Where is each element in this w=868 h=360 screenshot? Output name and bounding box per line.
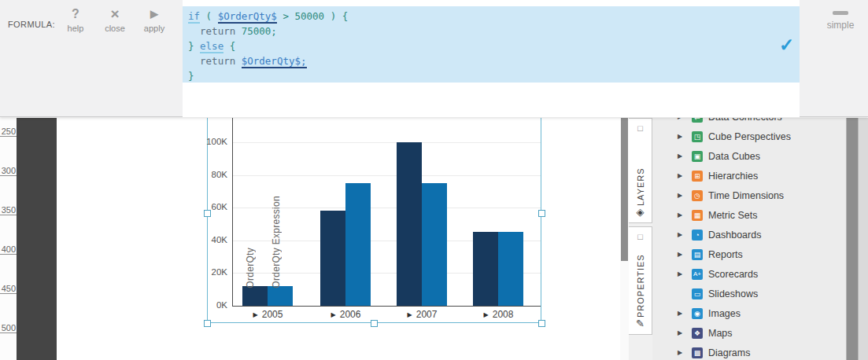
y-axis-tick-label: 0K <box>193 300 227 310</box>
category-2008[interactable]: ▶2008 <box>464 309 534 320</box>
bar-orderqty-expression-2008[interactable] <box>498 232 523 306</box>
expand-category-icon[interactable]: ▶ <box>408 311 412 318</box>
apply-icon: ▶ <box>136 6 172 22</box>
bar-orderqty-2006[interactable] <box>320 211 345 306</box>
sidebar-item-maps[interactable]: ▶❖Maps <box>652 323 846 343</box>
selection-handle-left[interactable] <box>204 210 211 217</box>
sidebar-item-reports[interactable]: ▶▤Reports <box>652 244 846 264</box>
expand-category-icon[interactable]: ▶ <box>253 311 258 318</box>
sidebar-item-metric-sets[interactable]: ▶▦Metric Sets <box>652 205 846 225</box>
bar-orderqty-expression-2006[interactable] <box>345 183 371 306</box>
ruler-mark: 400 <box>0 244 17 255</box>
x-axis-category-label: 2006 <box>340 309 361 320</box>
bar-orderqty-2007[interactable] <box>397 142 422 306</box>
side-tabs-strip: □LAYERS◈□PROPERTIES✎ <box>629 118 652 360</box>
series-label-orderqty-expression: OrderQty Expression <box>271 196 282 288</box>
layers-icon: ◈ <box>637 206 645 218</box>
sidebar-item-diagrams[interactable]: ▶▩Diagrams <box>652 343 846 360</box>
chart-y-axis <box>232 118 233 306</box>
canvas-scrollbar-thumb[interactable] <box>621 118 628 261</box>
sidebar-item-label: Diagrams <box>708 347 751 358</box>
sidebar-item-slideshows[interactable]: ▭Slideshows <box>652 284 846 303</box>
sidebar-item-images[interactable]: ▶◉Images <box>652 303 846 323</box>
expand-arrow-icon[interactable]: ▶ <box>678 329 685 336</box>
workspace: 250300350400450500 0K20K40K60K80K100K▶20… <box>0 118 868 360</box>
selection-handle-right[interactable] <box>538 210 545 217</box>
formula-code-editor[interactable]: if ( $OrderQty$ > 50000 ) { return 75000… <box>183 0 800 117</box>
tab-layers[interactable]: □LAYERS◈ <box>629 118 652 223</box>
apply-button[interactable]: ▶ apply <box>136 6 172 33</box>
apply-button-label: apply <box>136 24 172 33</box>
cube-perspectives-icon: ◳ <box>692 131 703 142</box>
help-button[interactable]: ? help <box>57 6 94 33</box>
sidebar-scrollbar-thumb[interactable] <box>847 118 858 360</box>
sidebar-item-label: Maps <box>708 328 733 339</box>
expand-arrow-icon[interactable]: ▶ <box>678 192 685 199</box>
tab-properties[interactable]: □PROPERTIES✎ <box>629 226 652 335</box>
expand-arrow-icon[interactable]: ▶ <box>678 118 685 120</box>
close-icon: × <box>97 6 133 22</box>
sidebar-item-label: Reports <box>708 249 743 260</box>
close-button-label: close <box>97 24 133 33</box>
selection-handle-bottom-left[interactable] <box>204 320 211 327</box>
sidebar-item-data-connectors[interactable]: ▶⇄Data Connectors <box>652 118 846 127</box>
ruler-mark: 300 <box>0 166 17 176</box>
sidebar-item-label: Metric Sets <box>708 210 758 221</box>
expand-category-icon[interactable]: ▶ <box>331 311 336 318</box>
y-axis-tick-label: 40K <box>193 235 227 244</box>
design-canvas[interactable]: 250300350400450500 0K20K40K60K80K100K▶20… <box>0 118 620 360</box>
sidebar-item-label: Hierarchies <box>708 171 758 182</box>
category-2006[interactable]: ▶2006 <box>311 309 382 320</box>
expand-arrow-icon[interactable]: ▶ <box>678 349 685 356</box>
sidebar-item-hierarchies[interactable]: ▶⊞Hierarchies <box>652 166 846 186</box>
diagrams-icon: ▩ <box>692 347 703 358</box>
category-2005[interactable]: ▶2005 <box>233 309 304 320</box>
sidebar-item-label: Cube Perspectives <box>708 131 791 142</box>
simple-button-label: simple <box>820 20 861 31</box>
selection-handle-bottom-right[interactable] <box>538 320 545 327</box>
simple-mode-button[interactable]: simple <box>820 9 861 31</box>
slideshows-icon: ▭ <box>692 288 703 299</box>
sidebar-item-cube-perspectives[interactable]: ▶◳Cube Perspectives <box>652 127 846 146</box>
images-icon: ◉ <box>692 308 703 319</box>
expand-category-icon[interactable]: ▶ <box>484 311 489 318</box>
sidebar-item-time-dimensions[interactable]: ▶◷Time Dimensions <box>652 186 846 205</box>
canvas-vertical-scrollbar[interactable] <box>620 118 629 360</box>
x-axis-category-label: 2007 <box>416 309 438 320</box>
hierarchies-icon: ⊞ <box>692 171 703 182</box>
ruler-mark: 450 <box>0 284 17 294</box>
y-axis-tick-label: 20K <box>193 267 227 277</box>
expand-arrow-icon[interactable]: ▶ <box>678 172 685 179</box>
expand-arrow-icon[interactable]: ▶ <box>678 251 685 258</box>
sidebar-item-data-cubes[interactable]: ▶▣Data Cubes <box>652 146 846 166</box>
expand-arrow-icon[interactable]: ▶ <box>678 231 685 238</box>
bar-orderqty-2005[interactable] <box>242 286 268 306</box>
sidebar-item-dashboards[interactable]: ▶◔Dashboards <box>652 225 846 244</box>
tab-label: LAYERS <box>636 133 645 206</box>
expand-arrow-icon[interactable]: ▶ <box>678 211 685 219</box>
y-axis-tick-label: 80K <box>193 170 227 179</box>
gridline <box>233 175 541 176</box>
sidebar-scrollbar[interactable] <box>846 118 859 360</box>
expand-arrow-icon[interactable]: ▶ <box>678 133 685 140</box>
bar-orderqty-expression-2007[interactable] <box>422 183 447 306</box>
selection-handle-bottom-middle[interactable] <box>371 320 378 327</box>
formula-code-text[interactable]: if ( $OrderQty$ > 50000 ) { return 75000… <box>188 9 348 83</box>
category-2007[interactable]: ▶2007 <box>387 309 458 320</box>
expand-arrow-icon[interactable]: ▶ <box>678 310 685 317</box>
sidebar-item-label: Data Connectors <box>708 118 782 123</box>
explore-panel: ▶⇄Data Connectors▶◳Cube Perspectives▶▣Da… <box>652 118 846 360</box>
x-axis-category-label: 2008 <box>493 309 514 320</box>
sidebar-item-scorecards[interactable]: ▶A+Scorecards <box>652 264 846 284</box>
scorecards-icon: A+ <box>692 269 703 280</box>
gridline <box>233 142 541 143</box>
bar-orderqty-expression-2005[interactable] <box>268 286 293 306</box>
ruler-mark: 250 <box>0 127 17 137</box>
bar-orderqty-2008[interactable] <box>473 232 498 306</box>
help-icon: ? <box>57 6 94 22</box>
time-dimensions-icon: ◷ <box>692 190 703 201</box>
close-button[interactable]: × close <box>97 6 133 33</box>
expand-arrow-icon[interactable]: ▶ <box>678 152 685 160</box>
expand-arrow-icon[interactable]: ▶ <box>678 270 685 277</box>
metric-sets-icon: ▦ <box>692 210 703 221</box>
